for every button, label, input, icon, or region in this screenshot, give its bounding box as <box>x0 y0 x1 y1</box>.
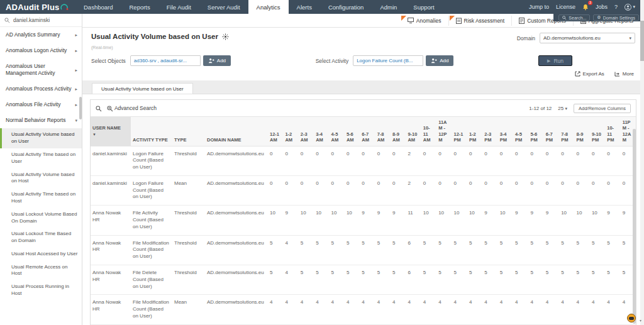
column-header-10-11-am[interactable]: 10-11 AM <box>421 117 436 146</box>
app-logo[interactable]: ADAudit Plus <box>0 0 75 14</box>
select-objects-input[interactable] <box>130 55 201 66</box>
run-button[interactable]: ▶ Run <box>538 55 572 66</box>
column-header-11am-12pm[interactable]: 11AM - 12PM <box>436 117 452 146</box>
select-activity-input[interactable] <box>353 55 423 66</box>
report-panel: Advanced Search 1-12 of 12 25 ▾ Add/Remo… <box>90 99 636 325</box>
nav-item-dashboard[interactable]: Dashboard <box>75 0 121 14</box>
nav-item-server-audit[interactable]: Server Audit <box>199 0 248 14</box>
cell-domain-name: AD.demomwtsolutions.eu <box>205 295 268 324</box>
nav-item-file-audit[interactable]: File Audit <box>158 0 199 14</box>
sidebar-subitem-usual-remote-access-on-host[interactable]: Usual Remote Access on Host <box>0 261 82 281</box>
cell-hour-value: 0 <box>544 175 559 205</box>
cell-type: Threshold <box>172 206 205 235</box>
column-header-4-5-am[interactable]: 4-5 AM <box>330 117 345 146</box>
cell-hour-value: 0 <box>513 146 528 175</box>
column-header-3-4-pm[interactable]: 3-4 PM <box>498 117 513 146</box>
sidebar-subitem-usual-lockout-volume-based-on-domain[interactable]: Usual Lockout Volume Based On Domain <box>0 208 82 228</box>
cell-hour-value: 9 <box>391 206 406 235</box>
sidebar-search-input[interactable] <box>13 17 76 23</box>
sort-desc-icon[interactable]: ▼ <box>92 133 129 138</box>
column-header-2-3-am[interactable]: 2-3 AM <box>299 117 314 146</box>
cell-hour-value: 6 <box>406 265 421 295</box>
search-icon <box>4 18 10 23</box>
column-header-8-9-pm[interactable]: 8-9 PM <box>575 117 590 146</box>
sidebar-subitem-usual-activity-volume-based-on-user[interactable]: Usual Activity Volume based on User <box>0 128 82 148</box>
nav-item-analytics[interactable]: Analytics <box>248 0 289 14</box>
tab-usual-activity-volume[interactable]: Usual Activity Volume based on User <box>92 83 193 94</box>
sidebar-subitem-usual-process-running-in-host[interactable]: Usual Process Running in Host <box>0 280 82 300</box>
column-header-5-6-am[interactable]: 5-6 AM <box>345 117 360 146</box>
column-header-domain-name[interactable]: DOMAIN NAME <box>205 117 268 146</box>
add-remove-columns-button[interactable]: Add/Remove Columns <box>574 104 631 113</box>
cell-type: Threshold <box>172 265 205 295</box>
column-header-user-name[interactable]: USER NAME▼ <box>91 117 131 146</box>
column-header-4-5-pm[interactable]: 4-5 PM <box>513 117 528 146</box>
column-header-activity-type[interactable]: ACTIVITY TYPE <box>131 117 172 146</box>
column-header-5-6-pm[interactable]: 5-6 PM <box>528 117 543 146</box>
sidebar-item-ad-analytics-summary[interactable]: AD Analytics Summary▸ <box>0 27 82 43</box>
column-header-7-8-am[interactable]: 7-8 AM <box>375 117 391 146</box>
column-header-6-7-pm[interactable]: 6-7 PM <box>544 117 559 146</box>
license-link[interactable]: License <box>556 4 575 10</box>
page-scrollbar[interactable] <box>640 0 644 325</box>
column-header-1-2-pm[interactable]: 1-2 PM <box>467 117 482 146</box>
person-add-icon <box>431 58 437 63</box>
user-menu[interactable]: ▾ <box>625 3 635 10</box>
column-header-10-11-pm[interactable]: 10-11 PM <box>605 117 620 146</box>
sidebar-subitem-usual-activity-time-based-on-user[interactable]: Usual Activity Time based on User <box>0 148 82 168</box>
nav-item-alerts[interactable]: Alerts <box>289 0 320 14</box>
sidebar-subitem-usual-activity-time-based-on-host[interactable]: Usual Activity Time based on Host <box>0 188 82 208</box>
sidebar-item-anomalous-user-management-activity[interactable]: Anomalous User Management Activity▸ <box>0 58 82 81</box>
sidebar-subitem-usual-activity-volume-based-on-host[interactable]: Usual Activity Volume based on Host <box>0 168 82 189</box>
notifications-bell-icon[interactable]: 3 <box>582 3 589 10</box>
export-as-button[interactable]: Export As <box>575 71 604 77</box>
column-header-9-10-pm[interactable]: 9-10 PM <box>590 117 605 146</box>
column-header-12-1-pm[interactable]: 12-1 PM <box>452 117 467 146</box>
nav-item-admin[interactable]: Admin <box>372 0 405 14</box>
domain-select[interactable]: AD.demomwtsolutions.eu ▾ <box>540 33 635 43</box>
jobs-link[interactable]: Jobs <box>596 4 608 10</box>
page-scrollbar-thumb[interactable] <box>640 21 644 61</box>
column-header-12-1-am[interactable]: 12-1 AM <box>268 117 283 146</box>
cell-hour-value: 0 <box>575 146 590 175</box>
global-search-button[interactable]: Search... <box>558 14 590 21</box>
column-header-2-3-pm[interactable]: 2-3 PM <box>482 117 497 146</box>
assistant-bot-button[interactable] <box>627 314 636 322</box>
sidebar-scrollbar[interactable] <box>79 97 82 119</box>
jump-to-link[interactable]: Jump to <box>529 4 549 10</box>
sidebar-subitem-usual-lockout-time-based-on-domain[interactable]: Usual Lockout Time Based on Domain <box>0 228 82 248</box>
search-icon[interactable] <box>96 106 102 112</box>
more-button[interactable]: More <box>614 71 634 77</box>
anomalies-button[interactable]: Anomalies <box>401 16 448 26</box>
table-scrollbar[interactable] <box>633 129 636 324</box>
sidebar-item-normal-behavior-reports[interactable]: Normal Behavior Reports▾ <box>0 113 82 128</box>
column-header-6-7-am[interactable]: 6-7 AM <box>360 117 375 146</box>
sidebar-item-anomalous-file-activity[interactable]: Anomalous File Activity▸ <box>0 97 82 113</box>
column-header-9-10-am[interactable]: 9-10 AM <box>406 117 421 146</box>
nav-item-support[interactable]: Support <box>405 0 442 14</box>
help-link[interactable]: ? <box>614 4 618 10</box>
column-header-1-2-am[interactable]: 1-2 AM <box>283 117 298 146</box>
chevron-down-icon: ▾ <box>629 36 631 41</box>
page-size-select[interactable]: 25 ▾ <box>558 106 567 111</box>
column-header-3-4-am[interactable]: 3-4 AM <box>314 117 329 146</box>
column-header-type[interactable]: TYPE <box>172 117 205 146</box>
report-settings-icon[interactable] <box>222 33 229 40</box>
sidebar-item-anomalous-logon-activity[interactable]: Anomalous Logon Activity▸ <box>0 43 82 58</box>
select-activity-label: Select Activity <box>316 58 348 64</box>
nav-item-configuration[interactable]: Configuration <box>320 0 372 14</box>
domain-label: Domain <box>517 35 535 41</box>
risk-assessment-button[interactable]: Risk Assessment <box>448 16 512 26</box>
chevron-right-icon: ▸ <box>75 102 77 107</box>
domain-settings-button[interactable]: ⚙ Domain Settings <box>593 14 639 21</box>
column-header-8-9-am[interactable]: 8-9 AM <box>391 117 406 146</box>
column-header-7-8-pm[interactable]: 7-8 PM <box>559 117 574 146</box>
advanced-search-button[interactable]: Advanced Search <box>107 105 157 112</box>
nav-item-reports[interactable]: Reports <box>121 0 158 14</box>
sidebar-subitem-usual-host-accessed-by-user[interactable]: Usual Host Accessed by User <box>0 248 82 261</box>
cell-hour-value: 10 <box>498 206 513 235</box>
sidebar-item-anomalous-process-activity[interactable]: Anomalous Process Activity▸ <box>0 81 82 97</box>
add-objects-button[interactable]: Add <box>203 55 231 66</box>
add-activity-button[interactable]: Add <box>426 55 453 66</box>
chevron-down-icon[interactable]: ▾ <box>640 318 641 322</box>
